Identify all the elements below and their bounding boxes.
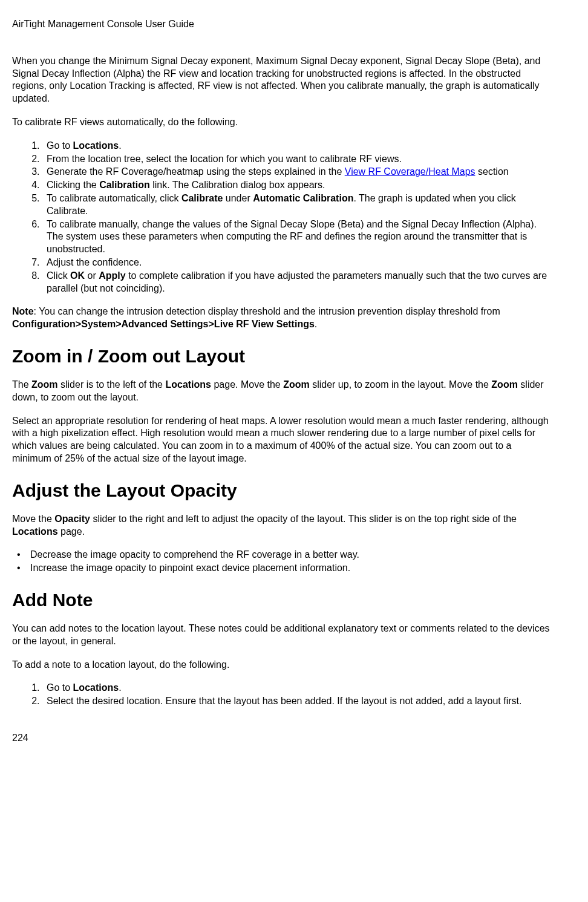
- addnote-heading: Add Note: [12, 588, 552, 612]
- list-item: Decrease the image opacity to comprehend…: [30, 549, 552, 561]
- document-header: AirTight Management Console User Guide: [12, 18, 552, 31]
- zoom-heading: Zoom in / Zoom out Layout: [12, 344, 552, 368]
- calibrate-intro: To calibrate RF views automatically, do …: [12, 116, 552, 129]
- list-item: To calibrate automatically, click Calibr…: [42, 192, 552, 218]
- addnote-paragraph-1: You can add notes to the location layout…: [12, 623, 552, 648]
- list-item: Adjust the confidence.: [42, 257, 552, 269]
- addnote-steps-list: Go to Locations. Select the desired loca…: [12, 682, 552, 708]
- list-item: Click OK or Apply to complete calibratio…: [42, 270, 552, 295]
- rf-coverage-link[interactable]: View RF Coverage/Heat Maps: [345, 166, 475, 177]
- list-item: Generate the RF Coverage/heatmap using t…: [42, 166, 552, 178]
- opacity-paragraph: Move the Opacity slider to the right and…: [12, 513, 552, 538]
- addnote-paragraph-2: To add a note to a location layout, do t…: [12, 659, 552, 672]
- calibrate-steps-list: Go to Locations. From the location tree,…: [12, 140, 552, 295]
- list-item: To calibrate manually, change the values…: [42, 218, 552, 256]
- zoom-paragraph-1: The Zoom slider is to the left of the Lo…: [12, 379, 552, 404]
- list-item: Go to Locations.: [42, 140, 552, 152]
- intro-paragraph: When you change the Minimum Signal Decay…: [12, 55, 552, 105]
- list-item: Select the desired location. Ensure that…: [42, 695, 552, 708]
- list-item: From the location tree, select the locat…: [42, 153, 552, 166]
- zoom-paragraph-2: Select an appropriate resolution for ren…: [12, 415, 552, 465]
- opacity-heading: Adjust the Layout Opacity: [12, 479, 552, 502]
- list-item: Go to Locations.: [42, 682, 552, 694]
- list-item: Increase the image opacity to pinpoint e…: [30, 562, 552, 575]
- note-paragraph: Note: You can change the intrusion detec…: [12, 306, 552, 331]
- list-item: Clicking the Calibration link. The Calib…: [42, 179, 552, 192]
- page-number: 224: [12, 732, 552, 745]
- opacity-bullets: Decrease the image opacity to comprehend…: [12, 549, 552, 575]
